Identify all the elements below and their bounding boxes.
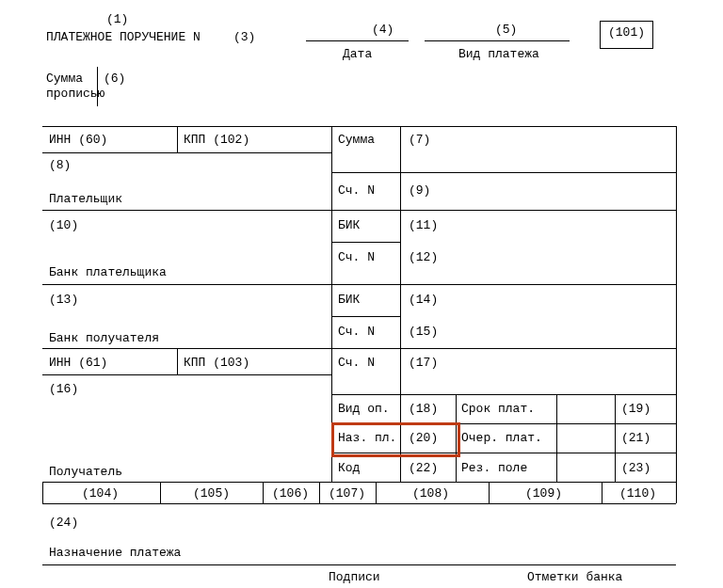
num-16: (16) [49,382,78,397]
v-kpp102 [177,126,178,152]
h-r7 [331,394,676,395]
num-4: (4) [372,23,394,38]
h-under-inn60 [42,152,331,153]
num-22: (22) [409,461,438,476]
num-5: (5) [495,23,517,38]
date-line [306,40,409,41]
label-payee-bank: Банк получателя [49,331,159,346]
inn-61: ИНН (61) [49,356,107,371]
h-under-payer [42,210,331,211]
num-9: (9) [409,183,430,199]
label-naz-pl: Наз. пл. [338,431,396,446]
codes-v5 [489,482,490,503]
inn-60: ИНН (60) [49,133,107,148]
num-15: (15) [409,325,438,340]
h-under-inn61 [42,374,331,375]
label-ocher-plat: Очер. плат. [461,431,542,446]
num-107: (107) [329,486,365,501]
label-sch-n-4: Сч. N [338,356,375,371]
num-14: (14) [409,293,438,308]
h-under-payeebank [42,348,331,349]
v-425 [400,126,401,482]
h-r5-short [331,316,400,317]
label-sum-word-1: Сумма [46,72,83,87]
v-653 [615,394,616,482]
num-1: (1) [106,12,128,27]
label-payee: Получатель [49,465,122,480]
num-6: (6) [104,72,125,87]
label-vid-op: Вид оп. [338,402,390,417]
kpp-103: КПП (103) [184,356,249,371]
h-above-codes [42,482,676,483]
num-108: (108) [412,486,449,501]
label-sch-n-1: Сч. N [338,183,375,199]
num-23: (23) [621,461,651,476]
label-kod: Код [338,461,360,476]
h-r1 [331,172,676,173]
h-r6 [331,348,676,349]
num-18: (18) [409,402,438,417]
label-summa: Сумма [338,133,375,148]
num-11: (11) [409,218,438,233]
num-24: (24) [49,516,78,531]
v-kpp103 [177,348,178,374]
num-17: (17) [409,356,438,371]
grid-bottom [42,503,676,504]
num-3: (3) [233,30,255,45]
num-10: (10) [49,218,78,233]
v-591 [556,394,557,482]
h-r9 [331,453,676,453]
codes-v6 [602,482,602,503]
h-r4 [331,284,676,285]
label-signs: Подписи [329,570,380,585]
num-20: (20) [409,431,438,446]
grid-right [676,126,677,503]
num-12: (12) [409,250,438,265]
num-110: (110) [619,486,656,501]
footer-line [42,564,676,565]
codes-left [42,482,43,503]
label-purpose: Назначение платежа [49,546,181,561]
v-484 [456,394,457,482]
num-8: (8) [49,158,71,173]
num-105: (105) [193,486,230,501]
sumword-vline [97,67,98,106]
title: ПЛАТЕЖНОЕ ПОРУЧЕНИЕ N [46,30,201,45]
h-r3-short [331,242,400,243]
num-19: (19) [621,402,651,417]
codes-v4 [376,482,377,503]
label-bank-marks: Отметки банка [527,570,622,585]
label-payer-bank: Банк плательщика [49,265,167,280]
kpp-102: КПП (102) [184,133,249,148]
num-104: (104) [82,486,119,501]
num-21: (21) [621,431,651,446]
h-under-payerbank [42,284,331,285]
label-bik-2: БИК [338,293,360,308]
field-101: (101) [600,21,653,49]
label-paykind: Вид платежа [458,47,539,62]
num-13: (13) [49,293,78,308]
h-r8 [331,423,676,424]
h-r2 [331,210,676,211]
paykind-line [425,40,570,41]
label-srok-plat: Срок плат. [461,402,535,417]
label-sch-n-2: Сч. N [338,250,375,265]
num-106: (106) [272,486,309,501]
codes-v1 [160,482,161,503]
label-date: Дата [343,47,372,62]
num-109: (109) [525,486,562,501]
grid-top [42,126,676,127]
codes-v3 [319,482,320,503]
v-352 [331,126,332,482]
label-sch-n-3: Сч. N [338,325,375,340]
codes-v2 [263,482,264,503]
label-bik-1: БИК [338,218,360,233]
num-7: (7) [409,133,430,148]
label-payer: Плательщик [49,192,122,207]
label-rez-pole: Рез. поле [461,461,527,476]
